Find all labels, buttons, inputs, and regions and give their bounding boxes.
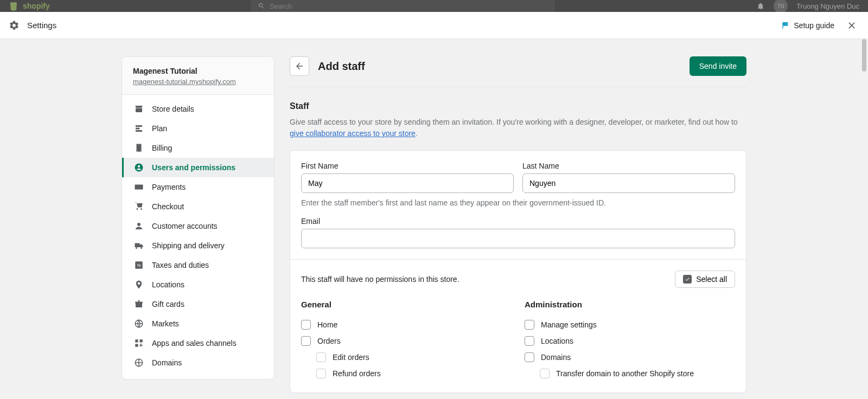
select-all-button[interactable]: Select all: [675, 271, 735, 288]
select-all-label: Select all: [696, 275, 727, 284]
permissions-summary: This staff will have no permissions in t…: [301, 275, 459, 284]
send-invite-button[interactable]: Send invite: [690, 56, 746, 76]
sidebar-item-domains[interactable]: Domains: [122, 353, 274, 372]
arrow-left-icon: [295, 61, 304, 71]
sidebar-item-store-details[interactable]: Store details: [122, 99, 274, 119]
perm-transfer-domain[interactable]: Transfer domain to another Shopify store: [525, 365, 735, 382]
gear-icon: [9, 20, 20, 31]
svg-point-2: [137, 223, 141, 226]
nav-label: Gift cards: [152, 300, 184, 308]
globe-icon: [133, 318, 144, 329]
perm-orders[interactable]: Orders: [301, 333, 512, 349]
back-button[interactable]: [290, 56, 309, 76]
store-url[interactable]: magenest-tutorial.myshopify.com: [133, 78, 263, 86]
modal-backdrop: [0, 0, 868, 12]
truck-icon: [133, 240, 144, 251]
location-icon: [133, 279, 144, 290]
perm-label: Refund orders: [333, 369, 381, 378]
checkbox[interactable]: [316, 352, 326, 362]
sidebar-item-payments[interactable]: Payments: [122, 177, 274, 197]
main-content: Add staff Send invite Staff Give staff a…: [290, 56, 746, 393]
perm-label: Manage settings: [541, 320, 597, 329]
name-hint: Enter the staff member's first and last …: [301, 198, 735, 207]
svg-rect-6: [135, 339, 138, 342]
nav-label: Locations: [152, 280, 184, 289]
close-button[interactable]: [844, 18, 859, 33]
close-icon: [846, 20, 857, 31]
sidebar-item-customer-accounts[interactable]: Customer accounts: [122, 216, 274, 236]
check-icon: [683, 275, 692, 284]
payments-icon: [133, 182, 144, 192]
sidebar-item-checkout[interactable]: Checkout: [122, 197, 274, 216]
nav-label: Shipping and delivery: [152, 241, 225, 250]
sidebar-item-plan[interactable]: Plan: [122, 119, 274, 138]
sidebar-item-taxes[interactable]: % Taxes and duties: [122, 255, 274, 275]
perm-col-general: General: [301, 300, 512, 309]
perm-home[interactable]: Home: [301, 317, 512, 333]
perm-manage-settings[interactable]: Manage settings: [525, 317, 735, 333]
setup-guide-link[interactable]: Setup guide: [782, 21, 834, 30]
nav-label: Users and permissions: [152, 163, 235, 172]
svg-text:%: %: [137, 263, 141, 268]
store-name: Magenest Tutorial: [133, 67, 263, 75]
collaborator-link[interactable]: give collaborator access to your store: [290, 129, 416, 138]
sidebar-item-apps-channels[interactable]: Apps and sales channels: [122, 333, 274, 353]
nav-label: Billing: [152, 144, 172, 152]
page-title: Add staff: [318, 60, 681, 73]
checkbox[interactable]: [540, 369, 550, 378]
nav-label: Markets: [152, 319, 179, 328]
nav-label: Apps and sales channels: [152, 339, 237, 347]
sidebar-item-locations[interactable]: Locations: [122, 275, 274, 294]
perm-domains[interactable]: Domains: [525, 349, 735, 365]
store-icon: [133, 104, 144, 114]
perm-refund-orders[interactable]: Refund orders: [301, 365, 512, 382]
last-name-label: Last Name: [522, 162, 735, 170]
perm-label: Orders: [317, 337, 341, 345]
settings-sidebar: Magenest Tutorial magenest-tutorial.mysh…: [122, 56, 275, 379]
checkbox[interactable]: [525, 336, 534, 346]
modal-title: Settings: [27, 21, 56, 30]
perm-label: Home: [317, 320, 337, 329]
perm-locations[interactable]: Locations: [525, 333, 735, 349]
email-input[interactable]: [301, 229, 735, 248]
first-name-input[interactable]: [301, 173, 514, 193]
checkbox[interactable]: [316, 369, 326, 378]
domain-icon: [133, 357, 144, 368]
plan-icon: [133, 123, 144, 134]
nav-label: Customer accounts: [152, 222, 218, 230]
nav-label: Payments: [152, 183, 186, 191]
checkbox[interactable]: [301, 336, 311, 346]
user-icon: [133, 162, 144, 173]
gift-icon: [133, 299, 144, 310]
staff-section-desc: Give staff access to your store by sendi…: [290, 117, 746, 139]
perm-col-admin: Administration: [525, 300, 735, 309]
apps-icon: [133, 338, 144, 349]
svg-point-1: [138, 165, 141, 168]
cart-icon: [133, 201, 144, 212]
scrollbar[interactable]: [861, 39, 867, 399]
person-icon: [133, 221, 144, 231]
checkbox[interactable]: [525, 320, 534, 330]
sidebar-item-markets[interactable]: Markets: [122, 314, 274, 333]
email-label: Email: [301, 217, 735, 226]
sidebar-item-users-permissions[interactable]: Users and permissions: [122, 158, 274, 177]
checkbox[interactable]: [525, 352, 534, 362]
sidebar-item-billing[interactable]: Billing: [122, 138, 274, 158]
setup-guide-label: Setup guide: [794, 21, 834, 30]
billing-icon: [133, 143, 144, 153]
flag-icon: [782, 21, 790, 30]
svg-rect-8: [135, 344, 138, 347]
perm-label: Transfer domain to another Shopify store: [556, 369, 694, 378]
perm-label: Domains: [541, 353, 571, 362]
perm-label: Locations: [541, 337, 573, 345]
nav-label: Domains: [152, 358, 182, 367]
sidebar-item-gift-cards[interactable]: Gift cards: [122, 294, 274, 314]
percent-icon: %: [133, 260, 144, 271]
settings-modal: Settings Setup guide Magenest Tutorial m…: [0, 12, 868, 399]
checkbox[interactable]: [301, 320, 311, 330]
svg-rect-7: [140, 339, 143, 342]
perm-edit-orders[interactable]: Edit orders: [301, 349, 512, 365]
sidebar-item-shipping-delivery[interactable]: Shipping and delivery: [122, 236, 274, 255]
last-name-input[interactable]: [522, 173, 735, 193]
nav-label: Checkout: [152, 202, 184, 211]
